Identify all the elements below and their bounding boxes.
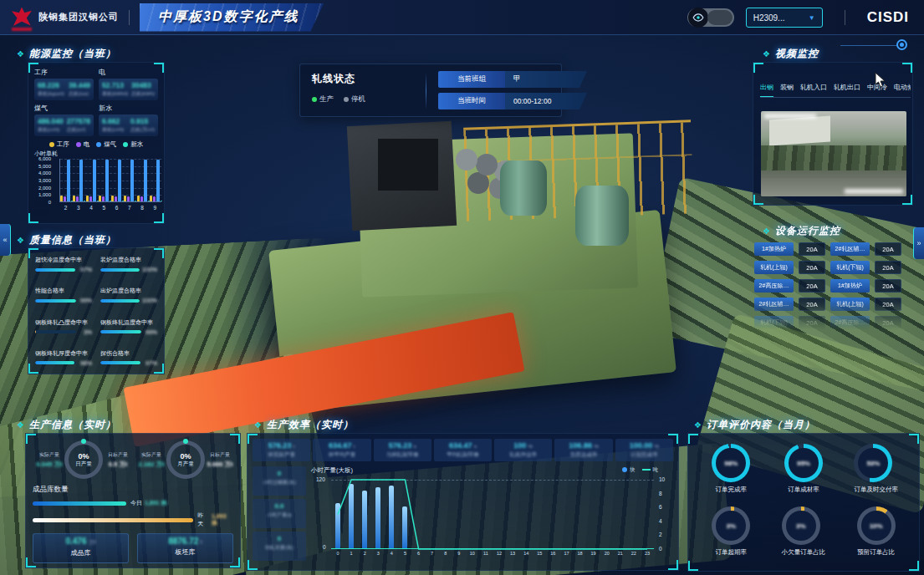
efficiency-value: 100 % xyxy=(495,441,551,450)
donut-value: 10% xyxy=(857,506,896,545)
right-tick-label: 10 xyxy=(659,476,665,482)
bar-group xyxy=(73,160,85,201)
device-button[interactable]: 2#轧区辅… xyxy=(754,298,794,311)
energy-unit: 总耗(tce) xyxy=(69,90,90,98)
donut-label: 预留订单占比 xyxy=(857,548,896,557)
donut-chart: 3% xyxy=(712,506,750,545)
stock-bar-value: 1,893 块 xyxy=(212,513,233,527)
stock-title: 成品库数量 xyxy=(33,485,233,495)
collapse-left-tab[interactable]: « xyxy=(0,224,11,256)
legend-label: 块 xyxy=(630,466,636,472)
quality-percent: 100% xyxy=(142,298,157,303)
production-panel: 实际产量0.045 万t0%日产量目标产量0.5 万t实际产量2.162 万t0… xyxy=(25,433,241,568)
tab-电动热处理[interactable]: 电动热处理 xyxy=(894,83,911,97)
gauge-group: 实际产量0.045 万t0%日产量目标产量0.5 万t xyxy=(33,440,135,479)
side-box: 0.0小时产量(t) xyxy=(253,499,306,528)
x-tick-label: 7 xyxy=(426,551,439,556)
efficiency-label: 轧机作业率 xyxy=(495,451,551,459)
legend-label: 生产 xyxy=(319,94,334,103)
energy-chart: 小时单耗 6,0005,0004,0003,0002,0001,00002345… xyxy=(34,150,158,218)
progress-fill xyxy=(35,299,76,303)
device-current-value: 20A xyxy=(799,242,825,256)
donut-value: 95% xyxy=(784,444,823,482)
device-button[interactable]: 2#轧区辅… xyxy=(830,242,870,256)
actual-value: 0.045 万t xyxy=(34,461,64,469)
efficiency-unit: % xyxy=(528,444,533,449)
x-tick-label: 14 xyxy=(519,551,533,556)
bar-煤气 xyxy=(156,160,160,201)
legend-item: 生产 xyxy=(312,94,334,104)
x-tick-label: 13 xyxy=(506,551,519,556)
device-button[interactable]: 1#加热炉 xyxy=(754,242,794,256)
expand-right-tab[interactable]: » xyxy=(913,227,924,259)
bar-group xyxy=(150,160,162,201)
legend-dot xyxy=(312,97,317,102)
progress-fill xyxy=(35,361,74,364)
x-tick-label: 6 xyxy=(110,205,123,211)
quality-percent: 99% xyxy=(79,298,92,303)
visibility-toggle[interactable] xyxy=(687,8,734,27)
tab-中间冷[interactable]: 中间冷 xyxy=(867,83,887,97)
y-tick-label: 2,000 xyxy=(38,186,51,191)
right-tick-label: 2 xyxy=(659,532,662,537)
x-tick-label: 10 xyxy=(466,551,479,556)
x-tick-label: 2 xyxy=(358,551,371,556)
x-tick-label: 11 xyxy=(479,551,493,556)
device-button[interactable]: 1#加热炉 xyxy=(830,279,870,293)
device-current-value: 20A xyxy=(875,298,901,311)
energy-metric: 39.449总耗(tce) xyxy=(69,81,90,98)
device-button[interactable]: 轧机(下辊) xyxy=(754,316,794,329)
energy-group-name: 新水 xyxy=(99,104,158,113)
field-value: 00:00-12:00 xyxy=(505,93,587,109)
devices-panel-title: 设备运行监控 xyxy=(763,224,840,238)
device-current-value: 20A xyxy=(799,279,825,293)
field-label: 当班时间 xyxy=(438,93,505,109)
gauge-name: 日产量 xyxy=(75,461,92,468)
quality-label: 钢板终轧温度命中率 xyxy=(100,318,157,327)
quality-label: 出炉温度合格率 xyxy=(100,287,157,295)
company-logo-subtext xyxy=(12,28,32,31)
energy-group: 电52.713单耗(kWh/t)30483总耗(kWh) xyxy=(99,68,158,100)
energy-chart-plot xyxy=(59,159,161,202)
efficiency-cards: 576.23 t班实际产量634.67 t班平均产量576.23 s当班轧制节奏… xyxy=(253,439,673,461)
x-tick-label: 19 xyxy=(587,551,600,556)
y-tick-120: 120 xyxy=(316,476,325,482)
camera-tabs: 出钢装钢轧机入口轧机出口中间冷电动热处理 xyxy=(760,83,911,98)
hour-chart-legend: 块吨 xyxy=(622,466,658,474)
device-button[interactable]: 2#高压除… xyxy=(754,279,794,293)
progress-fill xyxy=(100,299,140,303)
energy-metric: 277578总耗(m³) xyxy=(67,117,90,134)
progress-track xyxy=(100,361,141,364)
target-label: 目标产量 xyxy=(205,451,235,459)
line-status-field: 当前班组甲 xyxy=(438,71,587,88)
heat-number-dropdown[interactable]: H2309... ▼ xyxy=(746,8,823,28)
progress-track xyxy=(100,330,141,333)
tab-装钢[interactable]: 装钢 xyxy=(780,83,794,97)
donut-label: 订单完成率 xyxy=(712,486,750,494)
tab-出钢[interactable]: 出钢 xyxy=(760,83,773,97)
quality-percent: 96% xyxy=(79,360,92,366)
energy-unit: 单耗(m³/t) xyxy=(38,126,64,134)
camera-feed xyxy=(761,111,906,196)
tab-轧机出口[interactable]: 轧机出口 xyxy=(834,83,860,97)
quality-bar-row: 97% xyxy=(100,360,157,366)
bar-group xyxy=(99,160,111,201)
stock-card-value: 0.476 万t xyxy=(33,537,128,547)
device-button[interactable]: 轧机(上辊) xyxy=(830,298,870,311)
hour-chart-title: 小时产量(大板) xyxy=(311,466,353,475)
quality-label: 装炉温度合格率 xyxy=(100,256,157,264)
video-panel-node-button[interactable] xyxy=(896,39,907,50)
production-panel-title: 生产信息（实时） xyxy=(17,418,116,432)
device-button[interactable]: 2#高压除… xyxy=(830,316,870,329)
device-button[interactable]: 轧机(下辊) xyxy=(830,261,870,274)
side-box-label: 小时过钢量(块) xyxy=(253,479,306,486)
energy-metric: 30483总耗(kWh) xyxy=(131,81,155,98)
efficiency-value: 106.86 % xyxy=(555,441,611,450)
legend-label: 吨 xyxy=(653,466,659,472)
device-button[interactable]: 轧机(上辊) xyxy=(754,261,794,274)
tab-轧机入口[interactable]: 轧机入口 xyxy=(800,83,827,97)
stock-card-unit: 万t xyxy=(89,539,95,545)
bar-煤气 xyxy=(93,160,96,201)
legend-dot xyxy=(344,97,349,102)
progress-track xyxy=(35,361,76,364)
